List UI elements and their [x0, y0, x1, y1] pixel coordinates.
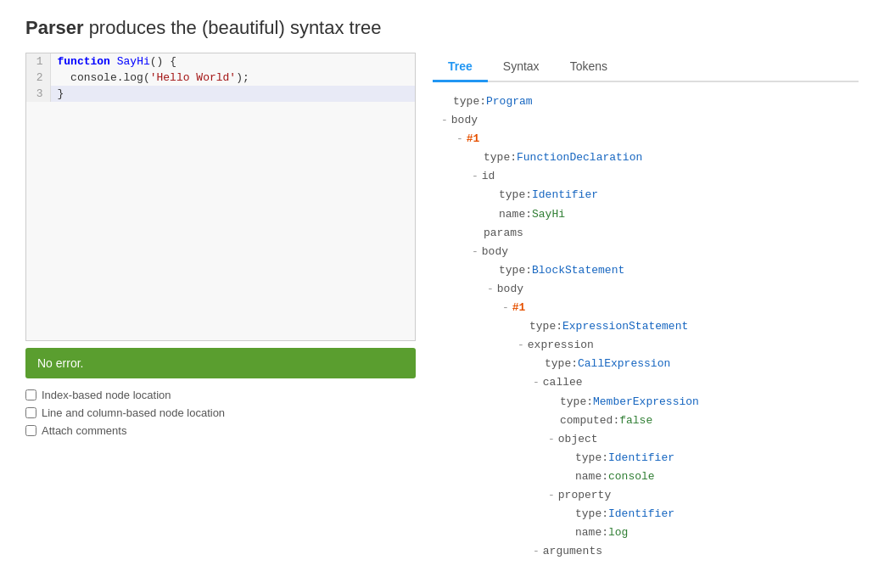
tree-dash: -: [441, 111, 448, 130]
tree-node: - body: [433, 280, 859, 299]
checkbox-input[interactable]: [25, 425, 36, 436]
tree-panel[interactable]: type: Program- body- #1type: FunctionDec…: [433, 92, 859, 561]
tree-node: type: MemberExpression: [433, 393, 859, 412]
tree-node: - property: [433, 486, 859, 505]
line-code: }: [50, 86, 415, 102]
tree-key: name:: [575, 524, 608, 542]
checkboxes-group: Index-based node locationLine and column…: [25, 389, 416, 437]
tree-node: params: [433, 224, 859, 243]
tree-value: Identifier: [532, 186, 598, 204]
checkbox-item[interactable]: Index-based node location: [25, 389, 416, 401]
tree-key: property: [558, 486, 611, 505]
checkbox-label: Attach comments: [42, 424, 126, 437]
tree-dash: -: [548, 486, 555, 505]
tree-value: Identifier: [608, 449, 674, 468]
tabs-bar: TreeSyntaxTokens: [433, 53, 859, 82]
tree-dash: -: [502, 299, 509, 317]
tree-node: - callee: [433, 373, 859, 392]
tree-dash: -: [533, 542, 540, 561]
code-table: 1function SayHi() {2 console.log('Hello …: [26, 53, 415, 102]
tab-tokens[interactable]: Tokens: [555, 53, 623, 82]
tree-value: MemberExpression: [593, 393, 699, 412]
tree-node: - #1: [433, 299, 859, 317]
main-layout: 1function SayHi() {2 console.log('Hello …: [25, 53, 859, 561]
line-code: console.log('Hello World');: [50, 70, 415, 86]
tree-dash: -: [487, 280, 494, 299]
tree-key: body: [451, 111, 478, 130]
tree-dash: -: [472, 243, 478, 261]
tree-key: body: [482, 243, 508, 261]
tree-dash: -: [548, 430, 555, 449]
tree-node: type: Identifier: [433, 505, 859, 524]
tab-tree[interactable]: Tree: [433, 53, 488, 82]
tree-dash: -: [533, 373, 540, 392]
tree-node: type: Program: [433, 92, 859, 111]
tree-node: - #1: [433, 130, 859, 148]
left-panel: 1function SayHi() {2 console.log('Hello …: [25, 53, 416, 561]
tree-value: log: [608, 524, 628, 542]
tree-key: type:: [529, 317, 562, 336]
line-number: 3: [26, 86, 50, 102]
code-line: 3}: [26, 86, 415, 102]
status-bar: No error.: [25, 348, 416, 378]
tree-key: type:: [499, 261, 532, 280]
tree-key: body: [497, 280, 523, 299]
tree-key: type:: [499, 186, 532, 204]
tree-key-hash: #1: [512, 299, 526, 317]
line-number: 2: [26, 70, 50, 86]
tree-key: object: [558, 430, 598, 449]
tree-key-hash: #1: [467, 130, 480, 148]
tree-value: false: [619, 412, 652, 430]
tree-key: type:: [575, 505, 608, 524]
tree-node: - object: [433, 430, 859, 449]
tree-key: type:: [484, 148, 517, 167]
tree-value: console: [608, 468, 655, 486]
code-line: 1function SayHi() {: [26, 53, 415, 70]
tree-node: name: SayHi: [433, 205, 859, 224]
tree-key: computed:: [560, 412, 619, 430]
tree-key: type:: [575, 449, 608, 468]
tree-node: type: ExpressionStatement: [433, 317, 859, 336]
tree-key: type:: [560, 393, 593, 412]
tree-node: type: CallExpression: [433, 355, 859, 373]
tree-node: - arguments: [433, 542, 859, 561]
checkbox-input[interactable]: [25, 389, 36, 400]
code-line: 2 console.log('Hello World');: [26, 70, 415, 86]
tree-node: - body: [433, 111, 859, 130]
status-message: No error.: [37, 356, 83, 370]
tree-node: - id: [433, 167, 859, 186]
line-number: 1: [26, 53, 50, 70]
tree-value: ExpressionStatement: [562, 317, 688, 336]
tree-value: CallExpression: [578, 355, 670, 373]
tree-key: arguments: [543, 542, 602, 561]
tree-key: params: [484, 224, 523, 243]
tree-node: - expression: [433, 336, 859, 355]
tree-key: type:: [453, 92, 486, 111]
tree-value: SayHi: [532, 205, 565, 224]
tree-value: FunctionDeclaration: [517, 148, 642, 167]
tree-node: type: Identifier: [433, 449, 859, 468]
tree-dash: -: [472, 167, 478, 186]
tree-node: - body: [433, 243, 859, 261]
line-code: function SayHi() {: [50, 53, 415, 70]
tree-node: type: Identifier: [433, 186, 859, 204]
tree-node: name: console: [433, 468, 859, 486]
tree-node: type: FunctionDeclaration: [433, 148, 859, 167]
tree-value: Identifier: [608, 505, 674, 524]
checkbox-item[interactable]: Line and column-based node location: [25, 406, 416, 419]
code-editor[interactable]: 1function SayHi() {2 console.log('Hello …: [25, 53, 416, 341]
checkbox-label: Line and column-based node location: [42, 406, 225, 419]
tree-value: Program: [486, 92, 533, 111]
checkbox-input[interactable]: [25, 407, 36, 418]
tree-node: computed: false: [433, 412, 859, 430]
tree-key: name:: [575, 468, 608, 486]
right-panel: TreeSyntaxTokens type: Program- body- #1…: [433, 53, 859, 561]
tree-key: id: [482, 167, 495, 186]
tree-node: type: BlockStatement: [433, 261, 859, 280]
tree-key: type:: [545, 355, 578, 373]
checkbox-item[interactable]: Attach comments: [25, 424, 416, 437]
tree-key: callee: [543, 373, 583, 392]
tab-syntax[interactable]: Syntax: [488, 53, 555, 82]
tree-dash: -: [456, 130, 463, 148]
tree-dash: -: [518, 336, 524, 355]
